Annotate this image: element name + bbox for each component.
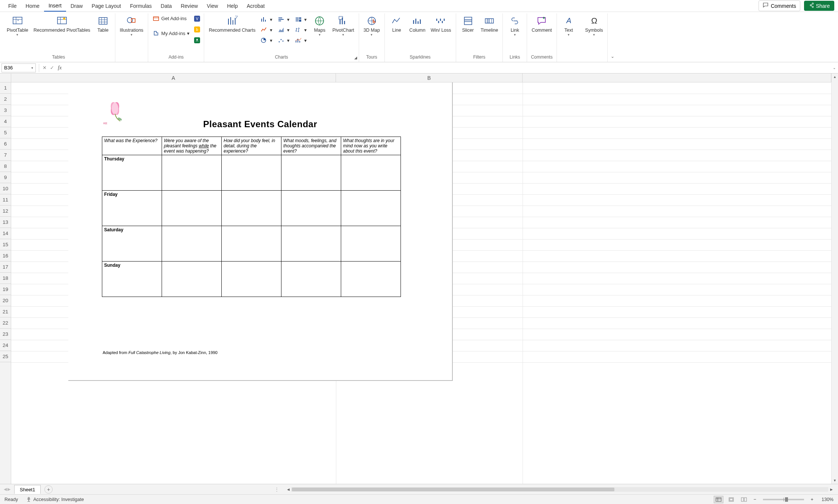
charts-dialog-launcher[interactable]: ◢: [354, 56, 357, 60]
tab-insert[interactable]: Insert: [44, 0, 66, 12]
page-break-view-button[interactable]: [739, 496, 749, 503]
column-chart-button[interactable]: ▾: [259, 16, 274, 23]
area-chart-button[interactable]: ▾: [276, 26, 291, 34]
text-button[interactable]: A Text ▾: [560, 14, 578, 37]
row-header-24[interactable]: 24: [0, 340, 11, 351]
zoom-out-button[interactable]: −: [752, 497, 757, 502]
timeline-button[interactable]: Timeline: [479, 14, 500, 34]
select-all-corner[interactable]: [0, 73, 11, 82]
sparkline-line-button[interactable]: Line: [388, 14, 406, 34]
row-header-4[interactable]: 4: [0, 116, 11, 127]
sheet-tab-sheet1[interactable]: Sheet1: [14, 485, 41, 494]
vertical-scrollbar[interactable]: ▲ ▼: [831, 73, 838, 484]
row-header-10[interactable]: 10: [0, 183, 11, 194]
get-addins-button[interactable]: Get Add-ins: [151, 14, 191, 22]
fx-icon[interactable]: fx: [56, 65, 64, 71]
share-button[interactable]: Share: [804, 1, 834, 11]
row-header-20[interactable]: 20: [0, 295, 11, 306]
bar-chart-button[interactable]: ▾: [276, 16, 291, 23]
cells-area[interactable]: KE Pleasant Events Calendar What was the…: [11, 82, 831, 484]
tab-data[interactable]: Data: [156, 1, 177, 11]
scatter-chart-button[interactable]: ▾: [276, 37, 291, 44]
sheet-nav[interactable]: ◀▶: [0, 487, 14, 492]
maps-button[interactable]: Maps ▾: [311, 14, 328, 37]
pivotchart-button[interactable]: PivotChart ▾: [331, 14, 355, 37]
tab-page-layout[interactable]: Page Layout: [87, 1, 126, 11]
tab-file[interactable]: File: [4, 1, 21, 11]
row-header-21[interactable]: 21: [0, 306, 11, 317]
row-header-5[interactable]: 5: [0, 127, 11, 138]
accessibility-status[interactable]: Accessibility: Investigate: [26, 497, 84, 502]
tab-formulas[interactable]: Formulas: [125, 1, 156, 11]
enter-formula-button[interactable]: ✓: [48, 65, 56, 71]
add-sheet-button[interactable]: +: [44, 485, 53, 494]
col-header-blank[interactable]: [523, 73, 831, 82]
visio-addin-icon[interactable]: V: [193, 15, 201, 24]
row-header-14[interactable]: 14: [0, 228, 11, 239]
tab-acrobat[interactable]: Acrobat: [242, 1, 269, 11]
col-header-b[interactable]: B: [336, 73, 523, 82]
scroll-right-icon[interactable]: ▶: [828, 488, 834, 491]
comment-button[interactable]: Comment: [530, 14, 553, 34]
tab-help[interactable]: Help: [222, 1, 242, 11]
tab-draw[interactable]: Draw: [66, 1, 87, 11]
horizontal-scrollbar[interactable]: ◀ ▶: [285, 487, 834, 492]
scroll-up-icon[interactable]: ▲: [832, 73, 838, 80]
pie-chart-button[interactable]: ▾: [259, 37, 274, 44]
page-layout-view-button[interactable]: [726, 496, 736, 503]
row-header-15[interactable]: 15: [0, 239, 11, 250]
tab-review[interactable]: Review: [176, 1, 202, 11]
zoom-level[interactable]: 130%: [818, 497, 834, 502]
row-header-17[interactable]: 17: [0, 262, 11, 273]
row-header-13[interactable]: 13: [0, 217, 11, 228]
ribbon-collapse-button[interactable]: ⌄: [608, 51, 617, 62]
formula-input[interactable]: [64, 63, 831, 72]
tab-home[interactable]: Home: [21, 1, 44, 11]
recommended-pivottables-button[interactable]: Recommended PivotTables: [32, 14, 92, 34]
row-header-1[interactable]: 1: [0, 82, 11, 94]
cancel-formula-button[interactable]: ✕: [41, 65, 48, 71]
expand-formula-bar-button[interactable]: ⌄: [831, 66, 838, 70]
line-chart-button[interactable]: ▾: [259, 26, 274, 34]
illustrations-button[interactable]: Illustrations ▾: [118, 14, 145, 37]
row-header-8[interactable]: 8: [0, 161, 11, 172]
treemap-chart-button[interactable]: ▾: [293, 16, 308, 23]
zoom-slider[interactable]: [763, 499, 804, 500]
pivottable-button[interactable]: PivotTable ▾: [5, 14, 30, 37]
my-addins-button[interactable]: My Add-ins ▾: [151, 29, 191, 37]
stock-chart-button[interactable]: ▾: [293, 26, 308, 34]
row-header-23[interactable]: 23: [0, 329, 11, 340]
scroll-down-icon[interactable]: ▼: [832, 477, 838, 484]
people-addin-icon[interactable]: [193, 37, 201, 45]
row-header-16[interactable]: 16: [0, 250, 11, 262]
row-header-7[interactable]: 7: [0, 150, 11, 161]
hscroll-thumb[interactable]: [292, 488, 614, 491]
symbols-button[interactable]: Ω Symbols ▾: [584, 14, 605, 37]
table-button[interactable]: Table: [94, 14, 112, 34]
recommended-charts-button[interactable]: ? Recommended Charts: [207, 14, 257, 34]
row-header-3[interactable]: 3: [0, 105, 11, 116]
tab-split-handle[interactable]: ⋮: [272, 486, 281, 492]
zoom-in-button[interactable]: +: [809, 497, 815, 502]
row-header-19[interactable]: 19: [0, 284, 11, 295]
sparkline-winloss-button[interactable]: Win/ Loss: [429, 14, 453, 34]
name-box-dropdown-icon[interactable]: ▾: [31, 66, 33, 70]
slicer-button[interactable]: Slicer: [459, 14, 477, 34]
row-header-25[interactable]: 25: [0, 351, 11, 362]
col-header-a[interactable]: A: [11, 73, 336, 82]
row-header-11[interactable]: 11: [0, 194, 11, 206]
link-button[interactable]: Link ▾: [506, 14, 524, 37]
row-header-9[interactable]: 9: [0, 172, 11, 183]
sparkline-column-button[interactable]: Column: [408, 14, 427, 34]
bing-addin-icon[interactable]: b: [193, 26, 201, 34]
tab-view[interactable]: View: [202, 1, 222, 11]
row-header-22[interactable]: 22: [0, 317, 11, 329]
combo-chart-button[interactable]: ▾: [293, 37, 308, 44]
scroll-left-icon[interactable]: ◀: [285, 488, 291, 491]
normal-view-button[interactable]: [714, 496, 723, 503]
row-header-12[interactable]: 12: [0, 206, 11, 217]
row-header-18[interactable]: 18: [0, 273, 11, 284]
3d-map-button[interactable]: 3D Map ▾: [362, 14, 381, 37]
row-header-2[interactable]: 2: [0, 94, 11, 105]
row-header-6[interactable]: 6: [0, 138, 11, 150]
